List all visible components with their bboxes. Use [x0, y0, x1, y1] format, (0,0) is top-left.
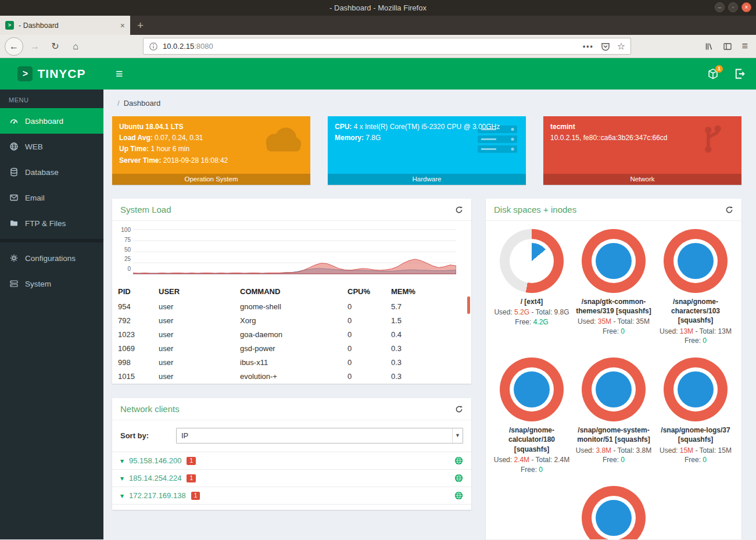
sidebar-item-configurations[interactable]: Configurations: [0, 245, 103, 271]
sort-select[interactable]: IP ▼: [176, 428, 463, 444]
disk-item: /snap/gnome-: [573, 486, 655, 539]
minimize-button[interactable]: –: [715, 2, 725, 12]
forward-button[interactable]: →: [26, 38, 44, 55]
disk-donut[interactable]: [582, 486, 646, 539]
tab-title: - Dashboard: [19, 22, 116, 30]
tinycp-logo[interactable]: > TINYCP: [0, 58, 103, 90]
app-header: > TINYCP ≡ 1: [0, 58, 756, 90]
sidebar-toggle-icon[interactable]: [723, 42, 732, 51]
process-cell: 954: [112, 300, 153, 314]
sort-select-value: IP: [181, 431, 188, 440]
info-box-footer[interactable]: Operation System: [112, 174, 310, 185]
client-ip: 95.158.146.200: [129, 456, 181, 465]
server-icon: [9, 279, 19, 288]
disk-donut[interactable]: [582, 229, 646, 293]
disk-donut[interactable]: [664, 229, 728, 293]
disk-donut[interactable]: [500, 357, 564, 421]
donut-inode-pie: [596, 500, 632, 536]
donut-inode-pie: [596, 243, 632, 279]
window-titlebar: - Dashboard - Mozilla Firefox – ▫ ×: [0, 0, 756, 16]
info-box-footer[interactable]: Network: [543, 174, 741, 185]
sidebar-item-system[interactable]: System: [0, 271, 103, 296]
home-button[interactable]: ⌂: [67, 38, 84, 55]
sidebar-item-label: Email: [25, 194, 45, 202]
process-cell: 0.4: [385, 328, 471, 342]
sidebar-item-label: FTP & Files: [25, 219, 66, 228]
menu-hamburger-icon[interactable]: ≡: [741, 40, 748, 52]
refresh-icon[interactable]: [725, 206, 733, 214]
donut-inode-pie: [678, 243, 714, 279]
network-client-row[interactable]: ▾185.14.254.2241: [112, 469, 471, 487]
panel-title: Network clients: [120, 404, 180, 414]
client-count-badge: 1: [187, 457, 196, 465]
reload-button[interactable]: ↻: [46, 38, 64, 55]
client-ip: 172.217.169.138: [129, 491, 186, 500]
disk-donut[interactable]: [582, 357, 646, 421]
tab-bar: > - Dashboard × +: [0, 16, 756, 35]
disk-item: /snap/gtk-common-themes/319 [squashfs]Us…: [573, 229, 655, 346]
sidebar-item-database[interactable]: Database: [0, 159, 103, 185]
column-header: COMMAND: [234, 284, 342, 300]
sidebar-item-dashboard[interactable]: Dashboard: [0, 108, 103, 134]
process-cell: gsd-power: [234, 342, 342, 356]
new-tab-button[interactable]: +: [137, 19, 144, 32]
chevron-down-icon[interactable]: ▾: [120, 492, 124, 500]
process-cell: 0: [342, 314, 385, 328]
globe-green-icon[interactable]: [454, 474, 463, 482]
tinycp-logo-icon: >: [17, 66, 33, 81]
column-header: USER: [153, 284, 234, 300]
globe-green-icon[interactable]: [454, 456, 463, 465]
disk-free-line: Free: 0: [603, 455, 625, 465]
system-load-chart-area: 1007550250: [112, 221, 471, 274]
panel-title: Disk spaces + inodes: [494, 205, 576, 214]
updates-package-icon[interactable]: 1: [707, 68, 719, 80]
pocket-icon[interactable]: [601, 42, 610, 51]
info-box-line: CPU: 4 x Intel(R) Core(TM) i5-2320 CPU @…: [335, 121, 519, 133]
sidebar-item-web[interactable]: WEB: [0, 134, 103, 159]
refresh-icon[interactable]: [455, 405, 463, 413]
process-cell: user: [153, 356, 234, 370]
y-tick-label: 25: [117, 256, 131, 262]
process-cell: 0: [342, 342, 385, 356]
disk-donut[interactable]: [664, 357, 728, 421]
process-cell: 5.7: [385, 300, 471, 314]
chevron-down-icon[interactable]: ▾: [120, 457, 124, 465]
scrollbar-thumb[interactable]: [467, 296, 470, 314]
column-header: PID: [112, 284, 153, 300]
url-bar[interactable]: 10.0.2.15:8080 ••• ☆: [143, 38, 631, 55]
client-ip: 185.14.254.224: [129, 474, 181, 482]
network-client-row[interactable]: ▾172.217.169.1381: [112, 487, 471, 505]
disk-free-line: Free: 0: [685, 455, 707, 465]
client-count-badge: 1: [191, 492, 200, 500]
disk-free-line: Free: 4.2G: [515, 317, 548, 327]
process-cell: 1023: [112, 328, 153, 342]
browser-tab[interactable]: > - Dashboard ×: [0, 16, 130, 35]
sidebar-item-email[interactable]: Email: [0, 185, 103, 210]
folder-icon: [9, 219, 19, 228]
close-button[interactable]: ×: [741, 2, 751, 12]
disk-item: /snap/gnome-logs/37 [squashfs]Used: 15M …: [655, 357, 737, 474]
bookmark-star-icon[interactable]: ☆: [617, 41, 625, 52]
process-row: 1015userevolution-+00.3: [112, 370, 471, 384]
sidebar-collapse-icon[interactable]: ≡: [116, 67, 123, 81]
sidebar-item-ftp-files[interactable]: FTP & Files: [0, 210, 103, 236]
disk-free-line: Free: 0: [521, 465, 543, 475]
client-count-badge: 1: [187, 474, 196, 482]
globe-green-icon[interactable]: [454, 491, 463, 500]
back-button[interactable]: ←: [5, 37, 23, 56]
sidebar-item-label: Configurations: [25, 254, 76, 263]
refresh-icon[interactable]: [455, 206, 463, 214]
site-info-icon[interactable]: [149, 42, 158, 51]
library-icon[interactable]: [704, 42, 714, 51]
logout-icon[interactable]: [734, 68, 746, 80]
browser-toolbar: ← → ↻ ⌂ 10.0.2.15:8080 ••• ☆ ≡: [0, 35, 756, 58]
sidebar-item-label: Dashboard: [25, 117, 63, 126]
chevron-down-icon[interactable]: ▾: [120, 474, 124, 482]
page-actions-icon[interactable]: •••: [583, 42, 594, 51]
network-client-row[interactable]: ▾95.158.146.2001: [112, 452, 471, 469]
info-box-footer[interactable]: Hardware: [328, 174, 526, 185]
maximize-button[interactable]: ▫: [728, 2, 738, 12]
process-row: 1023usergoa-daemon00.4: [112, 328, 471, 342]
disk-donut[interactable]: [500, 229, 564, 293]
tab-close-icon[interactable]: ×: [120, 21, 125, 30]
